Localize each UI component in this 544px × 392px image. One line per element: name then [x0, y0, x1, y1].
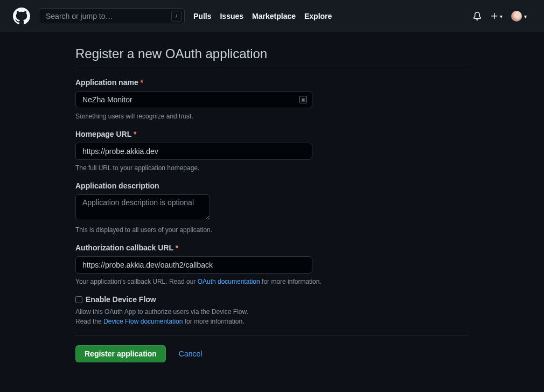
description-input[interactable]	[75, 194, 210, 220]
app-name-hint: Something users will recognize and trust…	[75, 113, 469, 120]
required-marker: *	[141, 78, 143, 87]
global-header: / Pulls Issues Marketplace Explore ▾ ▾	[0, 0, 544, 32]
nav-marketplace[interactable]: Marketplace	[252, 12, 296, 20]
homepage-input[interactable]	[75, 143, 312, 160]
field-device-flow: Enable Device Flow Allow this OAuth App …	[75, 295, 469, 325]
app-name-input[interactable]	[75, 91, 312, 108]
callback-hint: Your application's callback URL. Read ou…	[75, 278, 469, 285]
header-right: ▾ ▾	[473, 11, 527, 22]
callback-input[interactable]	[75, 256, 312, 274]
github-logo[interactable]	[13, 8, 30, 25]
create-new-button[interactable]: ▾	[490, 12, 503, 20]
search-input[interactable]	[39, 8, 185, 24]
slash-icon: /	[171, 11, 182, 22]
field-description: Application description This is displaye…	[75, 181, 469, 234]
divider	[75, 335, 469, 335]
avatar	[511, 11, 522, 22]
github-logo-icon	[13, 8, 30, 25]
user-menu[interactable]: ▾	[511, 11, 527, 22]
nav-explore[interactable]: Explore	[304, 12, 332, 20]
field-callback-url: Authorization callback URL * Your applic…	[75, 243, 469, 285]
required-marker: *	[134, 130, 136, 138]
notifications-button[interactable]	[473, 12, 482, 20]
homepage-label: Homepage URL *	[75, 130, 469, 138]
cancel-button[interactable]: Cancel	[179, 349, 203, 358]
device-flow-checkbox[interactable]	[75, 296, 82, 303]
app-name-label: Application name *	[75, 78, 469, 87]
oauth-docs-link[interactable]: OAuth documentation	[198, 278, 260, 285]
device-flow-label: Enable Device Flow	[86, 295, 156, 304]
description-label: Application description	[75, 181, 469, 190]
chevron-down-icon: ▾	[524, 13, 527, 19]
primary-nav: Pulls Issues Marketplace Explore	[193, 12, 332, 20]
device-flow-hint-1: Allow this OAuth App to authorize users …	[75, 308, 469, 316]
search-box: /	[39, 8, 185, 24]
form-container: Register a new OAuth application Applica…	[75, 46, 469, 362]
field-homepage-url: Homepage URL * The full URL to your appl…	[75, 130, 469, 172]
page-title: Register a new OAuth application	[75, 46, 469, 66]
chevron-down-icon: ▾	[500, 13, 503, 19]
homepage-hint: The full URL to your application homepag…	[75, 164, 469, 172]
nav-issues[interactable]: Issues	[220, 12, 243, 20]
form-actions: Register application Cancel	[75, 345, 469, 362]
required-marker: *	[176, 243, 178, 252]
device-flow-hint-2: Read the Device Flow documentation for m…	[75, 318, 469, 325]
register-application-button[interactable]: Register application	[75, 345, 166, 362]
field-app-name: Application name * ▣ Something users wil…	[75, 78, 469, 120]
callback-label: Authorization callback URL *	[75, 243, 469, 252]
device-flow-docs-link[interactable]: Device Flow documentation	[103, 318, 183, 325]
autofill-icon: ▣	[299, 96, 307, 103]
bell-icon	[473, 12, 482, 20]
nav-pulls[interactable]: Pulls	[193, 12, 211, 20]
description-hint: This is displayed to all users of your a…	[75, 226, 469, 234]
plus-icon	[490, 12, 499, 20]
content-area: Register a new OAuth application Applica…	[0, 32, 544, 392]
